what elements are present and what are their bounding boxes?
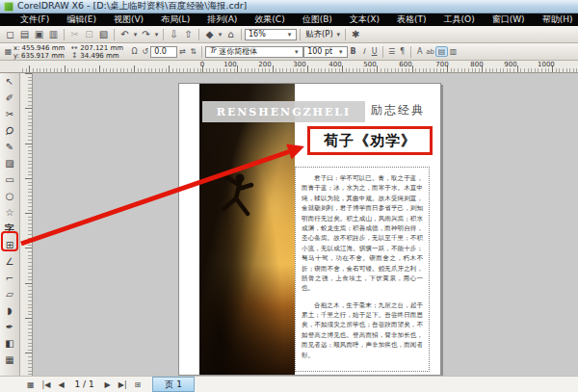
rectangle-tool-button[interactable]: ▭ <box>0 171 19 188</box>
character-formatting-icon[interactable]: A <box>414 47 425 56</box>
menu-bitmaps[interactable]: 位图(B) <box>294 13 341 26</box>
redo-icon[interactable]: ↷ <box>139 29 153 39</box>
standard-toolbar: ◻ ▤ ▣ ▥ ✂ ⊡ ▧ ↶ ▾ ↷ ▾ ⇩ ⇧ ◆ ▾ ⌂ 16% ▾ 贴齐… <box>0 26 578 43</box>
zoom-level-select[interactable]: 16% ▾ <box>245 29 297 40</box>
mirror-horizontal-icon[interactable]: ⇄ <box>177 47 188 56</box>
ruler-label: 500 <box>362 61 378 68</box>
page-tab-1[interactable]: 页 1 <box>152 377 195 392</box>
menu-file[interactable]: 文件(F) <box>12 13 58 26</box>
snap-to-menu[interactable]: 贴齐(P) <box>303 29 335 40</box>
options-icon[interactable]: ✱ <box>349 29 363 39</box>
text-tool-button[interactable]: 字 <box>0 221 19 237</box>
menu-effects[interactable]: 效果(C) <box>246 13 293 26</box>
ruler-label: 400 <box>328 61 343 68</box>
drop-cap-icon[interactable]: ¶ <box>397 47 407 56</box>
body-text-frame[interactable]: 君子曰：学不可以已。青，取之于蓝，而青于蓝；冰，水为之，而寒于水。木直中绳，輮以… <box>295 167 430 372</box>
ruler-origin[interactable] <box>0 61 20 73</box>
outline-pen-tool-button[interactable]: ✒ <box>0 319 19 335</box>
menu-edit[interactable]: 编辑(E) <box>58 13 105 26</box>
poster-title-box[interactable]: 荀子《劝学》 <box>307 126 433 155</box>
zoom-level-value: 16% <box>249 30 266 39</box>
print-icon[interactable]: ▥ <box>46 29 61 39</box>
title-bar: CorelDRAW X6 - [D:\桌上临时资料\百度经验\海报.cdr] <box>0 0 578 13</box>
menu-window[interactable]: 窗口(W) <box>484 13 534 26</box>
paste-icon[interactable]: ▧ <box>96 29 111 39</box>
menu-bar: 文件(F) 编辑(E) 视图(V) 布局(L) 排列(A) 效果(C) 位图(B… <box>0 13 578 26</box>
next-page-button[interactable]: ▶ <box>101 380 115 389</box>
horizontal-text-icon[interactable]: ▤ <box>435 46 448 57</box>
menu-table[interactable]: 表格(T) <box>388 13 435 26</box>
object-position-fields[interactable]: x:455.946 mm y:635.917 mm <box>13 44 65 60</box>
menu-view[interactable]: 视图(V) <box>105 13 152 26</box>
toolbox: ↖ ✐ ✂ Ϙ ✎ ▨ ▭ ○ ☆ 字 ⊞ ∠ ⌐ ▱ ◗ ✒ ◧ ▦ <box>0 73 20 376</box>
open-icon[interactable]: ▤ <box>17 29 32 39</box>
property-bar: ▦ x:455.946 mm y:635.917 mm ↔207.121 mm … <box>0 43 578 61</box>
cut-icon: ✂ <box>67 29 82 39</box>
copy-icon: ⊡ <box>82 29 96 39</box>
pick-tool-button[interactable]: ↖ <box>0 73 19 90</box>
climber-photo[interactable] <box>199 84 295 375</box>
menu-help[interactable]: 帮助(H) <box>534 13 578 26</box>
width-value[interactable]: 207.121 mm <box>80 44 123 52</box>
smart-fill-tool-button[interactable]: ▨ <box>0 155 19 171</box>
font-size-select[interactable]: 100 pt ▾ <box>303 46 348 58</box>
edit-text-icon[interactable]: ab <box>425 48 435 56</box>
ruler-label: 300 <box>292 61 307 68</box>
dimension-tool-button[interactable]: ∠ <box>0 253 19 270</box>
ruler-label: 600 <box>398 61 413 68</box>
separator <box>163 29 164 40</box>
undo-icon[interactable]: ↶ <box>118 29 132 39</box>
menu-tools[interactable]: 工具(O) <box>435 13 484 26</box>
new-document-icon[interactable]: ◻ <box>3 29 17 39</box>
save-icon[interactable]: ▣ <box>32 29 46 39</box>
menu-arrange[interactable]: 排列(A) <box>198 13 246 26</box>
y-value[interactable]: 635.917 mm <box>21 52 65 60</box>
underline-icon[interactable]: U <box>369 47 380 56</box>
ellipse-tool-button[interactable]: ○ <box>0 188 19 204</box>
shape-tool-button[interactable]: ✐ <box>0 90 19 106</box>
last-page-button[interactable]: ▶| <box>115 380 131 389</box>
x-value[interactable]: 455.946 mm <box>22 44 66 52</box>
separator <box>241 29 242 40</box>
rotation-angle-field[interactable]: 0.0 <box>150 46 177 58</box>
redo-dropdown-icon[interactable]: ▾ <box>153 31 160 39</box>
launcher-dropdown-icon[interactable]: ▾ <box>217 31 223 39</box>
height-value[interactable]: 34.496 mm <box>80 52 118 60</box>
pinyin-band[interactable]: RENSHENGZHELI <box>202 101 365 122</box>
export-icon[interactable]: ⇧ <box>181 29 196 39</box>
eyedropper-tool-button[interactable]: ◗ <box>0 302 19 319</box>
table-tool-button[interactable]: ⊞ <box>0 237 19 253</box>
vertical-ruler[interactable] <box>20 73 33 376</box>
fill-tool-button[interactable]: ◧ <box>0 335 19 352</box>
font-preview-icon: Tr <box>209 46 216 57</box>
bullet-list-icon[interactable]: ☰ <box>386 47 397 56</box>
import-icon[interactable]: ⇩ <box>167 29 181 39</box>
polygon-tool-button[interactable]: ☆ <box>0 204 19 221</box>
mirror-vertical-icon[interactable]: ⇅ <box>188 47 198 56</box>
first-page-button[interactable]: |◀ <box>39 380 55 389</box>
italic-icon[interactable]: I <box>358 47 369 56</box>
tagline-text[interactable]: 励志经典 <box>371 102 431 118</box>
snap-dropdown-icon[interactable]: ▾ <box>335 31 342 39</box>
previous-page-button[interactable]: ◀ <box>54 380 67 389</box>
undo-dropdown-icon[interactable]: ▾ <box>132 31 139 39</box>
font-family-select[interactable]: Tr迷你简楷体 ▾ <box>205 46 303 58</box>
bold-icon[interactable]: B <box>348 47 358 56</box>
interactive-fill-tool-button[interactable]: ▦ <box>0 352 19 368</box>
menu-layout[interactable]: 布局(L) <box>152 13 198 26</box>
poster-title: 荀子《劝学》 <box>324 132 416 150</box>
blend-tool-button[interactable]: ▱ <box>0 286 19 302</box>
connector-tool-button[interactable]: ⌐ <box>0 270 19 286</box>
body-paragraph-2: 合抱之木，生于毫末；九层之台，起于累土；千里之行，始于足下。吾尝终日而思矣，不如… <box>302 301 423 360</box>
vertical-text-icon[interactable]: ▥ <box>448 47 459 56</box>
menu-text[interactable]: 文本(X) <box>341 13 388 26</box>
application-launcher-icon[interactable]: ◆ <box>202 29 217 39</box>
object-size-fields[interactable]: ↔207.121 mm ↕34.496 mm <box>70 44 123 60</box>
welcome-screen-icon[interactable]: ⌂ <box>223 29 238 39</box>
lock-ratio-icon[interactable]: Ω <box>129 47 140 56</box>
add-page-button[interactable]: ⊞ <box>131 380 145 389</box>
drawing-workspace[interactable]: RENSHENGZHELI 励志经典 荀子《劝学》 君子曰：学不可以已。青，取之… <box>20 73 578 376</box>
horizontal-ruler[interactable]: 0 100 200 300 400 500 600 700 800 900 10… <box>20 61 578 73</box>
document-page[interactable]: RENSHENGZHELI 励志经典 荀子《劝学》 君子曰：学不可以已。青，取之… <box>178 83 441 376</box>
page-sorter-icon[interactable]: ▦ <box>23 380 39 389</box>
